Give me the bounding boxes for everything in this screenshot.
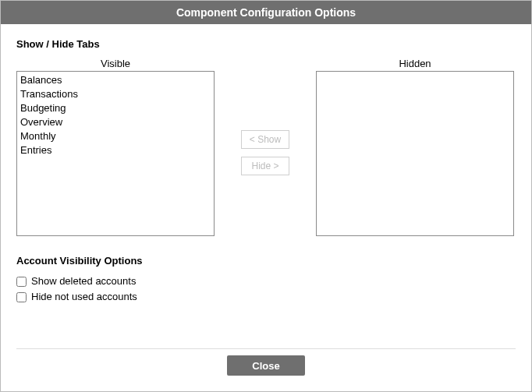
show-hide-tabs-heading: Show / Hide Tabs xyxy=(16,38,516,50)
list-item[interactable]: Transactions xyxy=(20,87,211,101)
show-deleted-row[interactable]: Show deleted accounts xyxy=(16,274,516,288)
hidden-list-label: Hidden xyxy=(316,58,514,71)
show-deleted-checkbox[interactable] xyxy=(16,277,27,287)
show-button[interactable]: < Show xyxy=(241,130,289,149)
list-item[interactable]: Budgeting xyxy=(20,101,211,115)
visible-listbox[interactable]: BalancesTransactionsBudgetingOverviewMon… xyxy=(16,71,215,236)
tab-lists-row: Visible BalancesTransactionsBudgetingOve… xyxy=(16,58,516,236)
close-button[interactable]: Close xyxy=(227,355,305,376)
transfer-buttons-column: < Show Hide > xyxy=(215,58,316,236)
visible-column: Visible BalancesTransactionsBudgetingOve… xyxy=(16,58,215,236)
visible-list-label: Visible xyxy=(16,58,215,71)
dialog-title: Component Configuration Options xyxy=(1,1,531,24)
dialog-footer: Close xyxy=(16,348,516,382)
hide-unused-label: Hide not used accounts xyxy=(31,290,137,304)
config-dialog: Component Configuration Options Show / H… xyxy=(0,0,532,392)
hide-unused-checkbox[interactable] xyxy=(16,292,27,302)
list-item[interactable]: Entries xyxy=(20,143,211,157)
account-visibility-section: Account Visibility Options Show deleted … xyxy=(16,255,516,304)
hidden-column: Hidden xyxy=(316,58,514,236)
dialog-content: Show / Hide Tabs Visible BalancesTransac… xyxy=(1,24,531,391)
list-item[interactable]: Monthly xyxy=(20,129,211,143)
show-deleted-label: Show deleted accounts xyxy=(31,274,136,288)
hide-button[interactable]: Hide > xyxy=(241,157,289,175)
hide-unused-row[interactable]: Hide not used accounts xyxy=(16,290,516,304)
list-item[interactable]: Overview xyxy=(20,115,211,129)
hidden-listbox[interactable] xyxy=(316,71,514,236)
list-item[interactable]: Balances xyxy=(20,73,211,87)
account-visibility-heading: Account Visibility Options xyxy=(16,255,516,267)
